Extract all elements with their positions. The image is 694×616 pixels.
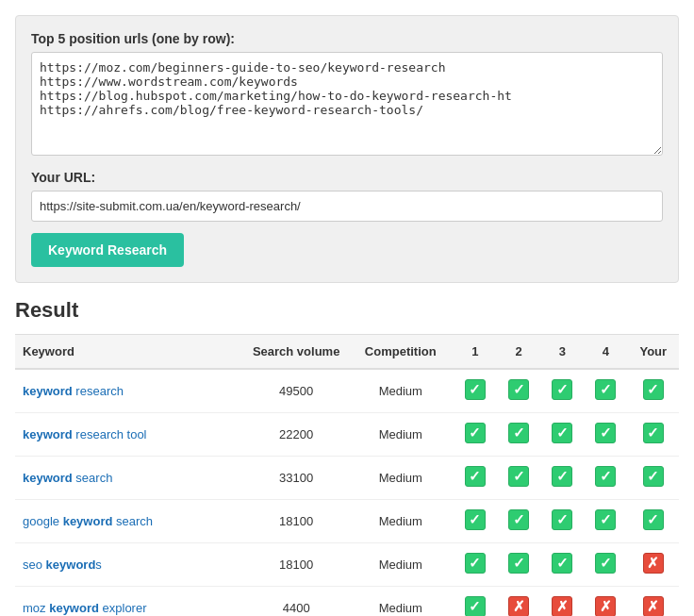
input-panel: Top 5 position urls (one by row): Your U… — [15, 15, 679, 283]
keyword-cell: keyword research tool — [15, 413, 244, 457]
col-header-1: 1 — [454, 335, 497, 370]
result-title: Result — [15, 298, 679, 323]
icon-cell-5 — [628, 587, 679, 617]
icon-cell-2 — [497, 587, 540, 617]
table-row: moz keyword explorer4400Medium — [15, 587, 679, 617]
icon-cell-2 — [497, 543, 540, 587]
check-icon — [595, 379, 616, 400]
icon-cell-3 — [540, 587, 584, 617]
your-url-label: Your URL: — [31, 170, 663, 185]
volume-cell: 49500 — [244, 369, 348, 413]
competition-cell: Medium — [348, 500, 454, 543]
top-urls-label: Top 5 position urls (one by row): — [31, 31, 663, 46]
check-icon — [465, 596, 486, 616]
keyword-cell: keyword search — [15, 457, 244, 500]
volume-cell: 33100 — [244, 457, 348, 500]
check-icon — [508, 379, 529, 400]
col-header-your: Your — [628, 335, 679, 370]
table-row: keyword search33100Medium — [15, 457, 679, 500]
keyword-link[interactable]: seo keywords — [23, 558, 102, 572]
keyword-cell: moz keyword explorer — [15, 587, 244, 617]
cross-icon — [643, 553, 664, 574]
check-icon — [643, 509, 664, 530]
check-icon — [552, 466, 572, 487]
cross-icon — [508, 596, 529, 616]
icon-cell-1 — [454, 587, 497, 617]
cross-icon — [595, 596, 616, 616]
volume-cell: 18100 — [244, 543, 348, 587]
volume-cell: 4400 — [244, 587, 348, 617]
icon-cell-2 — [497, 457, 540, 500]
col-header-2: 2 — [497, 335, 540, 370]
icon-cell-4 — [584, 369, 627, 413]
check-icon — [508, 509, 529, 530]
icon-cell-3 — [540, 369, 584, 413]
keyword-highlight: keyword — [49, 601, 99, 615]
competition-cell: Medium — [348, 457, 454, 500]
check-icon — [465, 379, 486, 400]
results-table: Keyword Search volume Competition 1 2 3 … — [15, 334, 679, 616]
icon-cell-5 — [628, 543, 679, 587]
volume-cell: 18100 — [244, 500, 348, 543]
icon-cell-5 — [628, 413, 679, 457]
keyword-link[interactable]: moz keyword explorer — [23, 601, 147, 615]
icon-cell-4 — [584, 500, 627, 543]
keyword-research-button[interactable]: Keyword Research — [31, 233, 184, 267]
table-row: seo keywords18100Medium — [15, 543, 679, 587]
check-icon — [552, 553, 572, 574]
icon-cell-4 — [584, 587, 627, 617]
check-icon — [552, 423, 572, 443]
table-row: google keyword search18100Medium — [15, 500, 679, 543]
keyword-link[interactable]: keyword research — [23, 384, 124, 398]
icon-cell-1 — [454, 413, 497, 457]
col-header-4: 4 — [584, 335, 627, 370]
check-icon — [508, 423, 529, 443]
col-header-competition: Competition — [348, 335, 454, 370]
competition-cell: Medium — [348, 543, 454, 587]
check-icon — [552, 509, 572, 530]
check-icon — [643, 379, 664, 400]
icon-cell-1 — [454, 543, 497, 587]
volume-cell: 22200 — [244, 413, 348, 457]
keyword-cell: keyword research — [15, 369, 244, 413]
check-icon — [552, 379, 572, 400]
keyword-highlight: keyword — [63, 514, 113, 528]
icon-cell-2 — [497, 500, 540, 543]
keyword-cell: seo keywords — [15, 543, 244, 587]
check-icon — [595, 553, 616, 574]
icon-cell-4 — [584, 457, 627, 500]
cross-icon — [552, 596, 572, 616]
top-urls-textarea[interactable] — [31, 52, 663, 156]
check-icon — [465, 423, 486, 443]
check-icon — [465, 553, 486, 574]
check-icon — [465, 466, 486, 487]
competition-cell: Medium — [348, 369, 454, 413]
icon-cell-3 — [540, 500, 584, 543]
icon-cell-3 — [540, 457, 584, 500]
keyword-highlight: keyword — [23, 384, 73, 398]
col-header-keyword: Keyword — [15, 335, 244, 370]
icon-cell-3 — [540, 413, 584, 457]
keyword-highlight: keyword — [46, 558, 96, 572]
icon-cell-5 — [628, 369, 679, 413]
icon-cell-4 — [584, 413, 627, 457]
icon-cell-5 — [628, 500, 679, 543]
table-header-row: Keyword Search volume Competition 1 2 3 … — [15, 335, 679, 370]
keyword-link[interactable]: keyword search — [23, 471, 112, 485]
check-icon — [643, 466, 664, 487]
keyword-cell: google keyword search — [15, 500, 244, 543]
check-icon — [508, 466, 529, 487]
keyword-highlight: keyword — [23, 427, 73, 441]
icon-cell-1 — [454, 457, 497, 500]
competition-cell: Medium — [348, 413, 454, 457]
keyword-link[interactable]: keyword research tool — [23, 427, 147, 441]
keyword-link[interactable]: google keyword search — [23, 514, 153, 528]
icon-cell-1 — [454, 500, 497, 543]
col-header-3: 3 — [540, 335, 584, 370]
table-row: keyword research49500Medium — [15, 369, 679, 413]
your-url-input[interactable] — [31, 191, 663, 222]
col-header-volume: Search volume — [244, 335, 348, 370]
check-icon — [595, 423, 616, 443]
icon-cell-3 — [540, 543, 584, 587]
check-icon — [595, 466, 616, 487]
